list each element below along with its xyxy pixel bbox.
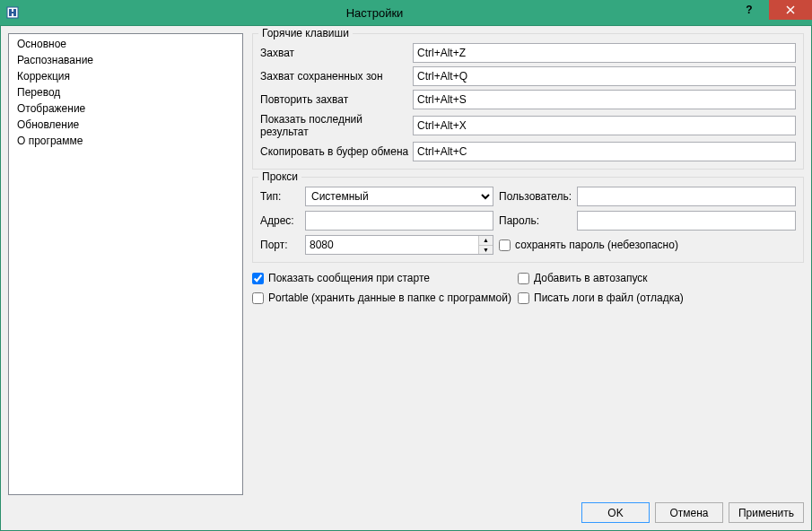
autostart-checkbox[interactable] bbox=[518, 273, 529, 284]
hotkey-capture-label: Захват bbox=[260, 47, 413, 59]
spin-up-icon[interactable]: ▲ bbox=[479, 236, 493, 246]
portable-checkbox[interactable] bbox=[252, 292, 264, 304]
hotkey-copy-label: Скопировать в буфер обмена bbox=[260, 145, 413, 158]
portable-label: Portable (хранить данные в папке с прогр… bbox=[268, 292, 511, 304]
hotkey-last-input[interactable] bbox=[413, 116, 796, 135]
proxy-group-title: Прокси bbox=[258, 170, 301, 183]
hotkeys-group: Горячие клавиши Захват Захват сохраненны… bbox=[252, 33, 804, 170]
hotkey-copy-input[interactable] bbox=[413, 142, 796, 161]
proxy-port-label: Порт: bbox=[260, 239, 300, 251]
hotkey-capture-input[interactable] bbox=[413, 43, 796, 63]
proxy-address-label: Адрес: bbox=[260, 214, 300, 227]
sidebar-item-update[interactable]: Обновление bbox=[10, 117, 241, 133]
hotkeys-group-title: Горячие клавиши bbox=[258, 27, 353, 39]
proxy-address-input[interactable] bbox=[305, 211, 493, 231]
titlebar: Настройки ? bbox=[0, 0, 812, 25]
proxy-type-label: Тип: bbox=[260, 190, 300, 203]
sidebar-item-about[interactable]: О программе bbox=[10, 133, 241, 149]
proxy-user-label: Пользователь: bbox=[499, 190, 572, 203]
spin-down-icon[interactable]: ▼ bbox=[479, 246, 493, 255]
cancel-button[interactable]: Отмена bbox=[655, 502, 723, 523]
proxy-save-password-label: сохранять пароль (небезопасно) bbox=[515, 239, 678, 251]
proxy-group: Прокси Тип: Системный Пользователь: Адре… bbox=[252, 177, 804, 263]
hotkey-last-label: Показать последний результат bbox=[260, 113, 413, 138]
write-logs-label: Писать логи в файл (отладка) bbox=[534, 292, 684, 304]
sidebar-item-translate[interactable]: Перевод bbox=[10, 84, 241, 100]
proxy-port-input[interactable] bbox=[306, 236, 478, 254]
proxy-password-label: Пароль: bbox=[499, 214, 572, 227]
hotkey-saved-input[interactable] bbox=[413, 66, 796, 86]
sidebar-item-correction[interactable]: Коррекция bbox=[10, 68, 241, 84]
sidebar-item-display[interactable]: Отображение bbox=[10, 100, 241, 117]
write-logs-checkbox[interactable] bbox=[518, 292, 529, 304]
apply-button[interactable]: Применить bbox=[729, 502, 804, 523]
sidebar-item-recognition[interactable]: Распознавание bbox=[10, 52, 241, 68]
help-button[interactable]: ? bbox=[729, 0, 769, 20]
proxy-save-password-checkbox[interactable] bbox=[499, 239, 511, 251]
svg-rect-3 bbox=[9, 12, 16, 13]
autostart-label: Добавить в автозапуск bbox=[534, 272, 648, 284]
show-messages-label: Показать сообщения при старте bbox=[268, 272, 430, 284]
proxy-user-input[interactable] bbox=[577, 187, 796, 206]
sidebar-item-main[interactable]: Основное bbox=[10, 36, 241, 52]
ok-button[interactable]: OK bbox=[581, 502, 650, 523]
show-messages-checkbox[interactable] bbox=[252, 273, 264, 284]
proxy-port-spin[interactable]: ▲ ▼ bbox=[305, 235, 493, 255]
hotkey-repeat-label: Повторить захват bbox=[260, 93, 413, 106]
proxy-type-select[interactable]: Системный bbox=[305, 187, 493, 206]
app-icon bbox=[5, 5, 20, 20]
hotkey-repeat-input[interactable] bbox=[413, 90, 796, 109]
sidebar: Основное Распознавание Коррекция Перевод… bbox=[8, 33, 243, 495]
hotkey-saved-label: Захват сохраненных зон bbox=[260, 70, 413, 83]
close-button[interactable] bbox=[769, 0, 812, 20]
proxy-password-input[interactable] bbox=[577, 211, 796, 231]
window-title: Настройки bbox=[20, 6, 729, 20]
